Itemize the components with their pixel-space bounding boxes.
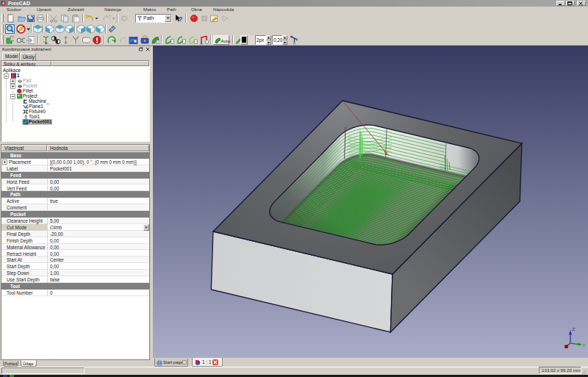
svg-text:Y: Y [583, 343, 586, 348]
svg-text:?: ? [179, 15, 183, 23]
svg-text:Z: Z [573, 327, 576, 331]
